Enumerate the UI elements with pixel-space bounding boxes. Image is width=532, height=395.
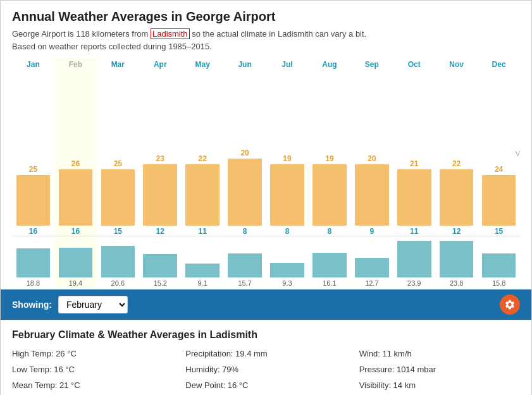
rain-bar: [228, 253, 262, 277]
orange-bar: [185, 164, 220, 226]
high-label: 25: [29, 165, 37, 174]
settings-button[interactable]: [500, 295, 520, 315]
high-label: 26: [71, 159, 80, 168]
month-label-dec: Dec: [478, 58, 520, 71]
temp-col-aug: 198: [308, 71, 350, 236]
low-label: 8: [328, 227, 332, 236]
y-axis-label: V: [516, 150, 520, 157]
visibility: Visibility: 14 km: [359, 379, 520, 392]
rain-label: 16.1: [308, 277, 350, 287]
rain-col-dec: [478, 236, 520, 277]
month-label-sep: Sep: [350, 58, 393, 71]
gear-icon: [504, 299, 516, 310]
high-label: 22: [452, 159, 461, 168]
orange-bar: [312, 164, 347, 226]
low-label: 12: [452, 227, 461, 236]
rain-col-may: [182, 236, 224, 277]
temp-col-sep: 209: [350, 71, 393, 236]
low-label: 8: [243, 227, 247, 236]
rain-col-aug: [308, 236, 350, 277]
rain-bar: [101, 246, 135, 277]
orange-bar: [440, 169, 474, 226]
high-label: 19: [283, 154, 291, 163]
high-label: 24: [495, 165, 503, 174]
month-label-feb: Feb: [54, 58, 97, 71]
rain-bar: [59, 248, 93, 277]
high-label: 20: [240, 149, 249, 157]
rain-col-jul: [266, 236, 309, 277]
month-label-jan: Jan: [12, 58, 54, 71]
low-label: 15: [495, 227, 503, 236]
high-label: 21: [410, 159, 418, 168]
rain-label: 9.3: [266, 277, 309, 287]
rain-bar: [143, 254, 177, 277]
rain-bar: [16, 248, 51, 277]
pressure: Pressure: 1014 mbar: [359, 363, 520, 376]
low-label: 11: [198, 227, 206, 236]
rain-label: 15.7: [224, 277, 266, 287]
temp-col-nov: 2212: [435, 71, 478, 236]
month-label-apr: Apr: [139, 58, 182, 71]
rain-bar: [440, 241, 474, 277]
orange-bar: [16, 175, 51, 226]
mean-temp: Mean Temp: 21 °C: [12, 379, 173, 392]
rain-label: 23.9: [393, 277, 435, 287]
month-label-may: May: [182, 58, 224, 71]
month-label-oct: Oct: [393, 58, 435, 71]
rain-label: 20.6: [97, 277, 139, 287]
month-label-aug: Aug: [308, 58, 350, 71]
page-title: Annual Weather Averages in George Airpor…: [12, 9, 520, 24]
high-temp: High Temp: 26 °C: [12, 347, 173, 360]
dew-point: Dew Point: 16 °C: [185, 379, 346, 392]
rain-label: 15.2: [139, 277, 182, 287]
rain-label: 12.7: [350, 277, 393, 287]
low-label: 16: [29, 227, 37, 236]
low-label: 16: [71, 227, 80, 236]
orange-bar: [270, 164, 304, 226]
rain-col-jan: [12, 236, 54, 277]
rain-col-sep: [350, 236, 393, 277]
orange-bar: [228, 159, 262, 226]
rain-bars: [12, 236, 520, 277]
temp-col-jul: 198: [266, 71, 309, 236]
rain-col-nov: [435, 236, 478, 277]
rain-label: 15.8: [478, 277, 520, 287]
rain-col-mar: [97, 236, 139, 277]
subtitle: George Airport is 118 kilometers from La…: [12, 28, 520, 52]
temp-col-dec: 2415: [478, 71, 520, 236]
rain-bar: [270, 263, 304, 277]
orange-bar: [355, 164, 389, 226]
subtitle-text1: George Airport is 118 kilometers from: [12, 29, 148, 39]
month-select[interactable]: JanuaryFebruaryMarchAprilMayJuneJulyAugu…: [58, 296, 128, 313]
orange-bar: [397, 169, 431, 226]
chart-area: JanFebMarAprMayJunJulAugSepOctNovDec 251…: [1, 58, 531, 289]
high-label: 20: [368, 154, 376, 163]
rain-bar: [312, 253, 347, 277]
rain-bar: [482, 253, 516, 277]
orange-bar: [143, 164, 177, 226]
rain-col-jun: [224, 236, 266, 277]
temp-col-jun: 208: [224, 71, 266, 236]
rain-bar: [355, 258, 389, 277]
location-highlight: Ladismith: [151, 28, 190, 39]
rain-col-apr: [139, 236, 182, 277]
high-label: 19: [325, 154, 333, 163]
weather-widget: Annual Weather Averages in George Airpor…: [0, 0, 532, 395]
rain-bar: [397, 241, 431, 277]
low-label: 15: [114, 227, 122, 236]
rain-label: 18.8: [12, 277, 54, 287]
low-label: 12: [156, 227, 164, 236]
temp-col-jan: 2516: [12, 71, 54, 236]
showing-bar: Showing: JanuaryFebruaryMarchAprilMayJun…: [1, 289, 531, 320]
high-label: 23: [156, 154, 164, 163]
temp-col-may: 2211: [182, 71, 224, 236]
month-label-nov: Nov: [435, 58, 478, 71]
info-title: February Climate & Weather Averages in L…: [12, 329, 520, 341]
showing-label: Showing:: [12, 300, 52, 310]
temp-col-mar: 2515: [97, 71, 139, 236]
low-label: 11: [410, 227, 418, 236]
orange-bar: [101, 169, 135, 226]
header: Annual Weather Averages in George Airpor…: [1, 1, 531, 58]
rain-col-feb: [54, 236, 97, 277]
precipitation: Precipitation: 19.4 mm: [185, 347, 346, 360]
